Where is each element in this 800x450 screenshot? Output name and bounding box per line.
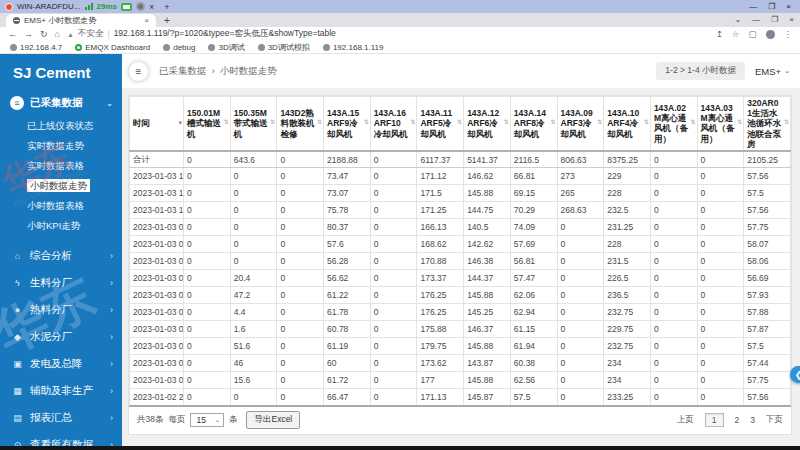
sidebar-item[interactable]: ◆水泥分厂› xyxy=(0,323,122,350)
breadcrumb-item[interactable]: 已采集数据 xyxy=(159,65,207,78)
forward-icon[interactable]: → xyxy=(24,29,33,39)
column-header[interactable]: 143D2熟料散装机检修⇅ xyxy=(277,97,324,151)
value-cell: 0 xyxy=(370,321,417,338)
sidebar-group-collected-data[interactable]: ≡ 已采集数据 ⌄ xyxy=(0,90,122,115)
bookmark-item[interactable]: 3D调试 xyxy=(208,42,244,53)
table-row: 2023-01-03 0700056.280170.88146.3856.810… xyxy=(130,253,791,270)
browser-menu-icon[interactable]: ⋮ xyxy=(784,29,793,39)
column-header[interactable]: 时间▾ xyxy=(130,97,184,151)
sidebar-subitem[interactable]: 小时数据表格 xyxy=(0,196,122,216)
url-field[interactable]: ▲ 不安全 | 192.168.1.119/?p=1020&typee=窑头低压… xyxy=(67,28,709,40)
screen-badge-icon[interactable] xyxy=(121,3,132,11)
bookmark-item[interactable]: 192.168.4.7 xyxy=(10,43,62,52)
remote-session-title[interactable]: WIN-ARADFDU... xyxy=(17,2,81,11)
column-header[interactable]: 143A.11ARF5冷却风机⇅ xyxy=(417,97,464,151)
column-header[interactable]: 143A.09ARF3冷却风机⇅ xyxy=(557,97,604,151)
sidebar-subitem[interactable]: 实时数据走势 xyxy=(0,136,122,156)
reload-icon[interactable]: ↻ xyxy=(40,29,48,39)
sidebar-subitem[interactable]: 小时KPI走势 xyxy=(0,216,122,236)
sort-icon[interactable]: ⇅ xyxy=(457,120,462,127)
remote-new-tab-button[interactable]: + xyxy=(164,2,169,12)
column-header[interactable]: 143A.10ARF4冷却风机⇅ xyxy=(604,97,651,151)
back-icon[interactable]: ← xyxy=(8,29,17,39)
page-button[interactable]: 1 xyxy=(705,413,724,427)
value-cell: 0 xyxy=(230,236,277,253)
profile-avatar[interactable] xyxy=(766,30,775,39)
value-cell: 0 xyxy=(370,168,417,185)
bolt-icon: ϟ xyxy=(12,278,23,288)
sort-icon[interactable]: ⇅ xyxy=(270,120,275,127)
session-badge-icon[interactable] xyxy=(136,2,145,11)
sort-icon[interactable]: ⇅ xyxy=(410,120,415,127)
remote-restore-button[interactable]: ❐ xyxy=(768,2,775,11)
prev-page-button[interactable]: 上页 xyxy=(677,414,694,426)
remote-tab-close-button[interactable]: × xyxy=(149,2,154,12)
column-header[interactable]: 143A.14ARF8冷却风机⇅ xyxy=(510,97,557,151)
sidebar-item[interactable]: ▤报表汇总› xyxy=(0,404,122,431)
bookmark-label: 3D调试模拟 xyxy=(268,42,310,53)
column-header[interactable]: 143A.12ARF6冷却风机⇅ xyxy=(464,97,511,151)
sort-icon[interactable]: ⇅ xyxy=(784,120,789,127)
sort-icon[interactable]: ⇅ xyxy=(224,120,229,127)
new-tab-button[interactable]: + xyxy=(156,15,178,27)
sort-caret-icon[interactable]: ▾ xyxy=(178,119,182,127)
share-icon[interactable]: ↥ xyxy=(716,29,723,39)
sidebar-item[interactable]: ⌂综合分析› xyxy=(0,242,122,269)
sidebar-item-label: 综合分析 xyxy=(30,249,72,263)
browser-close-button[interactable]: × xyxy=(789,15,794,24)
sidebar-subitem[interactable]: 小时数据走势 xyxy=(0,176,122,196)
table-row: 2023-01-03 06020.4056.620173.37144.3757.… xyxy=(130,270,791,287)
value-cell: 232.5 xyxy=(604,202,651,219)
record-count: 共38条 xyxy=(137,414,163,426)
next-page-button[interactable]: 下页 xyxy=(766,414,783,426)
page-button[interactable]: 3 xyxy=(750,415,755,425)
sidebar-subitem[interactable]: 已上线仪表状态 xyxy=(0,116,122,136)
sort-icon[interactable]: ⇅ xyxy=(504,120,509,127)
browser-tab[interactable]: EMS+ 小时数据走势 × xyxy=(6,14,156,27)
column-header[interactable]: 150.01M槽式输送机⇅ xyxy=(184,97,231,151)
sidebar-subitem[interactable]: 实时数据表格 xyxy=(0,156,122,176)
column-header[interactable]: 320AR01生活水池循环水池联合泵房⇅ xyxy=(744,97,791,151)
bookmark-item[interactable]: EMQX Dashboard xyxy=(75,43,150,52)
bookmark-item[interactable]: 192.168.1.119 xyxy=(323,43,384,52)
sidebar-item[interactable]: ▣发电及总降› xyxy=(0,350,122,377)
sort-icon[interactable]: ⇅ xyxy=(644,120,649,127)
remote-desktop-bar: WIN-ARADFDU... 29ms × + — ❐ × xyxy=(0,0,800,13)
sort-icon[interactable]: ⇅ xyxy=(317,120,322,127)
app-menu-dropdown[interactable]: EMS+ ⌄ xyxy=(755,66,790,77)
range-selector[interactable]: 1-2 > 1-4 小时数据 xyxy=(656,62,745,80)
sort-icon[interactable]: ⇅ xyxy=(737,120,742,127)
remote-minimize-button[interactable]: — xyxy=(749,2,757,11)
sidebar-item[interactable]: ▦辅助及非生产› xyxy=(0,377,122,404)
sidebar-item[interactable]: ●熟料分厂› xyxy=(0,296,122,323)
sidebar-subitem-label: 小时数据表格 xyxy=(27,200,84,211)
bookmark-star-icon[interactable]: ☆ xyxy=(732,29,740,39)
hamburger-menu-button[interactable]: ≡ xyxy=(128,61,149,82)
browser-profile-dropdown-icon[interactable]: ⌄ xyxy=(734,15,741,24)
browser-minimize-button[interactable]: — xyxy=(752,15,760,24)
per-page-select[interactable]: 15 ⌄ xyxy=(190,413,224,427)
home-icon[interactable]: ⌂ xyxy=(55,29,60,39)
page-button[interactable]: 2 xyxy=(735,415,740,425)
value-cell: 144.75 xyxy=(464,202,511,219)
tab-close-button[interactable]: × xyxy=(144,16,149,25)
bookmark-item[interactable]: 3D调试模拟 xyxy=(258,42,310,53)
browser-restore-button[interactable]: ❐ xyxy=(771,15,778,24)
column-header[interactable]: 143A.15ARF9冷却风机⇅ xyxy=(324,97,371,151)
column-header[interactable]: 143A.02M离心通风机（备用）⇅ xyxy=(650,97,697,151)
column-header[interactable]: 143A.03M离心通风机（备用）⇅ xyxy=(697,97,744,151)
column-header[interactable]: 150.35M带式输送机⇅ xyxy=(230,97,277,151)
sort-icon[interactable]: ⇅ xyxy=(691,120,696,127)
sort-icon[interactable]: ⇅ xyxy=(597,120,602,127)
tab-groups-icon[interactable]: ▢ xyxy=(748,29,756,39)
column-header[interactable]: 143A.16ARF10冷却风机⇅ xyxy=(370,97,417,151)
bookmark-item[interactable]: debug xyxy=(163,43,195,52)
sort-icon[interactable]: ⇅ xyxy=(550,120,555,127)
sort-icon[interactable]: ⇅ xyxy=(364,120,369,127)
sidebar-item[interactable]: ⊙查看所有数据› xyxy=(0,431,122,446)
collapse-panel-button[interactable]: ❮ xyxy=(790,366,800,383)
value-cell: 56.81 xyxy=(510,253,557,270)
remote-close-button[interactable]: × xyxy=(786,2,791,11)
sidebar-item[interactable]: ϟ生料分厂› xyxy=(0,269,122,296)
export-excel-button[interactable]: 导出Excel xyxy=(246,411,300,429)
